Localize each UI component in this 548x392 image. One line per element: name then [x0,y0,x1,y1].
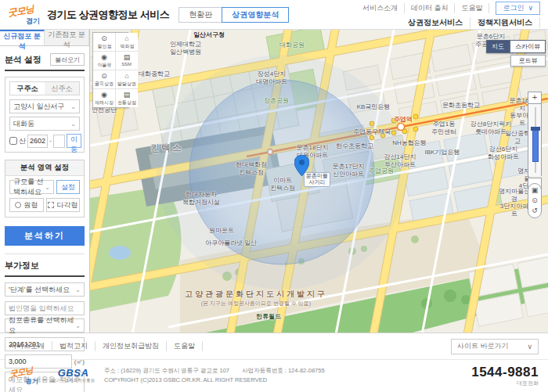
scale-select[interactable]: 규모를 선택하세요 ⌄ [9,180,54,194]
step-select[interactable]: '단계'를 선택하세요 ⌄ [5,282,85,297]
store-type-placeholder: 점포종류를 선택하세요 [9,315,75,336]
legend-item[interactable]: ◉ 재래시장 [93,89,116,107]
service-link[interactable]: 상권정보서비스 [401,17,470,28]
district-select[interactable]: 고양시 일산서구 ⌄ [9,99,80,113]
set-button[interactable]: 설정 [56,180,80,194]
map-canvas[interactable]: 일산서구청인제대학교 일산백병원대화공원대화중학교킨텍스사거리장성4단지 대명아… [90,30,548,333]
copyright-text: COPYRIGHT (C)2013 GSBC.OR.KR. ALL RIGHT … [104,376,325,385]
app-window: 굿모닝 경기 경기도 상권영향정보 서비스 현황판상권영향분석 서비스소개데이터… [0,0,548,392]
utility-link[interactable]: 서비스소개 [356,3,405,13]
polygon-shape-button[interactable]: 다각형 [46,198,81,212]
legend-category-label: 할인점 [97,43,111,50]
legend-category-label: 골목상권 [95,81,114,88]
dong-select[interactable]: 대화동 ⌄ [9,117,80,131]
goodmorning-gyeonggi-logo[interactable]: 굿모닝 경기 [8,3,41,27]
zoom-handle[interactable] [531,127,540,131]
lot-main-input[interactable] [27,135,48,148]
legend-category-label: 아울렛 [97,62,111,69]
legend-category-icon: ▤ [124,91,131,99]
map-tools: ▣⊙↺ [528,183,542,218]
store-type-select[interactable]: 점포종류를 선택하세요 ⌄ [5,318,85,333]
legend-category-label: SSM [122,62,132,67]
chevron-down-icon: ⌄ [75,286,81,293]
map-view-button[interactable]: 지도 [486,40,510,53]
lot-sub-input[interactable] [53,135,65,148]
legend-category-icon: ▤ [124,53,131,61]
corp-name-input[interactable] [5,301,85,315]
map-base [90,30,548,333]
footer-phone: 1544-9881 대표전화 [471,365,539,386]
footer-link[interactable]: 도움말 [167,341,203,351]
footer-link[interactable]: 서비스소개 [9,341,52,351]
map-tool-icon[interactable]: ▣ [532,187,539,194]
circle-shape-button[interactable]: 원형 [9,198,44,212]
legend-category-label: 백화점 [120,43,134,50]
polygon-icon [48,202,54,208]
gbsa-logo: GBSA 경기도경제과학진흥원 [52,368,95,383]
login-button[interactable]: 로그인 ∨ [496,2,540,15]
store-analysis-tab[interactable]: 신규점포 분석 [0,30,45,45]
map-tool-icon[interactable]: ↺ [532,207,538,214]
gbsa-name: GBSA [58,368,89,378]
login-label: 로그인 [503,3,524,13]
map-tool-icon[interactable]: ⊙ [532,197,538,204]
view-tab[interactable]: 현황판 [178,7,222,23]
address-type-tab[interactable]: 신주소 [45,82,79,95]
page-title: 경기도 상권영향정보 서비스 [47,8,169,22]
lot-number-row: 산 - 이동 [9,134,80,148]
phone-number: 1544-9881 [471,365,539,380]
service-links: 상권정보서비스정책지원서비스 [401,17,540,28]
legend-category-icon: ◉ [101,91,107,99]
legend-category-icon: ⊙ [101,34,107,42]
address-type-tabs: 구주소신주소 [9,81,80,95]
map-legend: ⊙ 할인점 ⌂ 백화점 ◉ 아울렛 ▤ SSM ⊙ 골목상권 [92,32,128,108]
utility-link[interactable]: 도움말 [455,3,489,13]
site-shortcut-label: 사이트 바로가기 [457,341,509,351]
san-checkbox[interactable] [9,137,17,145]
zoom-slider[interactable] [528,104,542,176]
footer-link[interactable]: 법적고지 [52,341,96,351]
site-shortcut-select[interactable]: 사이트 바로가기 ∨ [451,339,539,354]
legend-item[interactable]: ▤ SSM [116,52,138,70]
load-button[interactable]: 불러오기 [50,53,85,66]
legend-item[interactable]: ▤ 전통상점 [116,89,138,107]
map-marker[interactable] [294,155,309,176]
step-placeholder: '단계'를 선택하세요 [9,285,70,295]
roadview-button[interactable]: 로드뷰 [510,55,546,67]
zoom-in-button[interactable]: + [528,92,542,104]
store-analysis-tab[interactable]: 기존점포 분석 [45,30,89,45]
view-tabs: 현황판상권영향분석 [178,7,289,23]
dong-value: 대화동 [13,119,34,129]
legend-item[interactable]: ⌂ 백화점 [116,33,138,52]
legend-item[interactable]: ⊙ 할인점 [93,33,116,52]
legend-item[interactable]: ◉ 아울렛 [93,52,116,70]
chevron-down-icon: ⌄ [70,103,76,110]
circle-icon [15,202,21,208]
legend-item[interactable]: ⊙ 골목상권 [93,70,116,89]
address-box: 구주소신주소 고양시 일산서구 ⌄ 대화동 ⌄ 산 - [5,77,85,153]
move-button[interactable]: 이동 [67,134,81,148]
legend-item[interactable]: ⌂ 발달상권 [116,70,138,89]
skyview-button[interactable]: 스카이뷰 [510,40,546,53]
zoom-fill [532,129,539,162]
legend-category-icon: ⊙ [101,72,107,80]
analysis-settings-title: 분석 설정 [5,54,41,66]
chevron-down-icon: ⌄ [70,120,76,128]
area-unit-label: (㎡) [74,358,85,366]
san-label: 산 [19,136,26,146]
view-tab[interactable]: 상권영향분석 [222,7,289,23]
legend-category-icon: ⌂ [124,72,128,80]
address-text: 주소 : (16229) 경기도 수원시 영통구 광교로 107 [104,367,229,374]
legend-category-label: 발달상권 [117,81,136,88]
footer-link[interactable]: 개인정보취급방침 [96,341,167,351]
map-type-toggle: 지도 스카이뷰 [486,40,546,53]
area-settings-title: 분석 영역 설정 [5,160,84,176]
service-link[interactable]: 정책지원서비스 [470,17,540,28]
chevron-down-icon: ∨ [528,4,533,12]
analyze-button[interactable]: 분석하기 [5,226,85,246]
chevron-down-icon: ∨ [527,343,532,351]
business-number: 사업자등록번호 : 124-82-08755 [242,367,324,374]
legend-category-label: 전통상점 [117,99,136,106]
utility-link[interactable]: 데이터 출처 [405,3,456,13]
address-type-tab[interactable]: 구주소 [10,82,45,95]
